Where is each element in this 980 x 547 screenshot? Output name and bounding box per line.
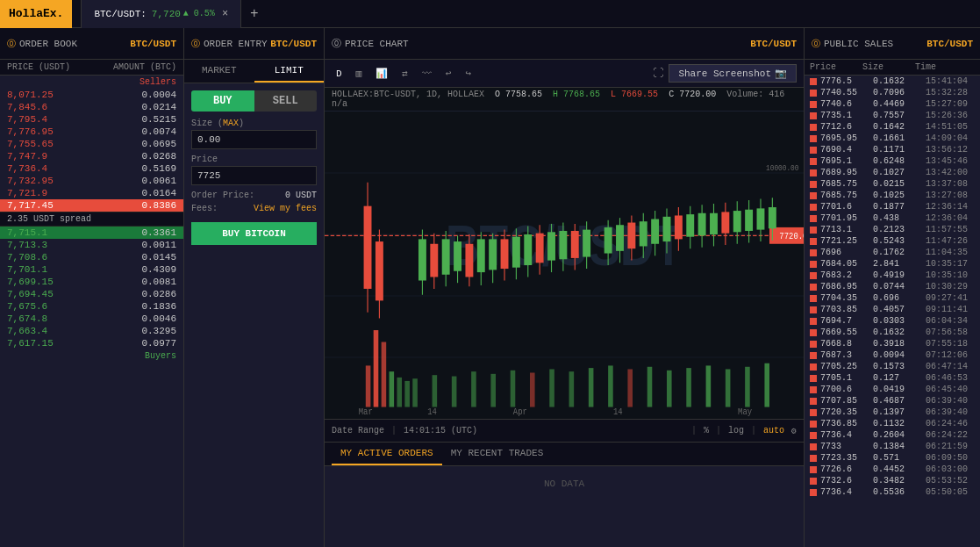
table-row[interactable]: 7,732.950.0061 — [0, 175, 183, 187]
list-item[interactable]: 7705.1 0.127 06:46:53 — [805, 372, 980, 384]
list-item[interactable]: 7696 0.1762 11:04:35 — [805, 247, 980, 258]
list-item[interactable]: 7736.4 0.2604 06:24:22 — [805, 429, 980, 441]
table-row[interactable]: 7,845.60.0214 — [0, 101, 183, 113]
ps-row-size: 0.1025 — [873, 191, 926, 200]
buy-tab[interactable]: BUY — [191, 90, 254, 112]
list-item[interactable]: 7720.35 0.1397 06:39:40 — [805, 407, 980, 418]
list-item[interactable]: 7703.85 0.4057 09:11:41 — [805, 304, 980, 315]
list-item[interactable]: 7732.6 0.3482 05:53:52 — [805, 475, 980, 486]
table-row[interactable]: 7,755.650.0695 — [0, 138, 183, 150]
list-item[interactable]: 7713.1 0.2123 11:57:55 — [805, 224, 980, 235]
undo-icon[interactable]: ↩ — [441, 66, 456, 81]
spread-row: 2.35 USDT spread — [0, 212, 183, 227]
compare-icon[interactable]: ⇄ — [397, 66, 412, 81]
list-item[interactable]: 7736.4 0.5536 05:50:05 — [805, 486, 980, 498]
list-item[interactable]: 7683.2 0.4919 10:35:10 — [805, 270, 980, 281]
list-item[interactable]: 7701.6 0.1877 12:36:14 — [805, 201, 980, 212]
table-row[interactable]: 7,715.10.3361 — [0, 227, 183, 239]
max-link[interactable]: MAX — [223, 119, 239, 128]
tab-market[interactable]: MARKET — [184, 60, 254, 83]
expand-icon[interactable]: ⛶ — [653, 67, 663, 80]
settings-icon[interactable]: ⚙ — [791, 426, 797, 436]
price-input[interactable] — [191, 166, 317, 185]
view-fees-link[interactable]: View my fees — [254, 204, 317, 213]
date-range-label[interactable]: Date Range — [332, 426, 384, 435]
table-row[interactable]: 7,721.90.0164 — [0, 187, 183, 199]
table-row[interactable]: 7,701.10.4309 — [0, 263, 183, 276]
candlestick-icon[interactable]: ▥ — [352, 66, 367, 81]
ps-row-time: 15:41:04 — [926, 76, 975, 86]
current-price-row[interactable]: 7,717.45 0.8386 — [0, 199, 183, 212]
list-item[interactable]: 7694.7 0.0303 06:04:34 — [805, 315, 980, 327]
list-item[interactable]: 7707.85 0.4687 06:39:40 — [805, 395, 980, 407]
list-item[interactable]: 7689.95 0.1027 13:42:00 — [805, 167, 980, 178]
list-item[interactable]: 7704.35 0.696 09:27:41 — [805, 292, 980, 304]
sell-tab[interactable]: SELL — [254, 90, 318, 112]
bar-chart-icon[interactable]: 📊 — [371, 66, 392, 81]
list-item[interactable]: 7687.3 0.0094 07:12:06 — [805, 349, 980, 361]
list-item[interactable]: 7723.35 0.571 06:09:50 — [805, 452, 980, 464]
table-row[interactable]: 7,708.60.0145 — [0, 251, 183, 263]
table-row[interactable]: 7,699.150.0081 — [0, 276, 183, 288]
tab-recent-trades[interactable]: MY RECENT TRADES — [442, 443, 553, 465]
table-row[interactable]: 7,675.60.1836 — [0, 300, 183, 313]
size-input[interactable] — [191, 130, 317, 149]
ps-row-time: 06:46:53 — [926, 373, 975, 383]
list-item[interactable]: 7740.6 0.4469 15:27:09 — [805, 98, 980, 110]
svg-rect-23 — [569, 371, 575, 407]
table-row[interactable]: 7,776.950.0074 — [0, 126, 183, 138]
list-item[interactable]: 7735.1 0.7557 15:26:36 — [805, 110, 980, 121]
active-tab[interactable]: BTC/USDT: 7,720 ▲ 0.5% × — [81, 0, 241, 28]
ps-row-time: 12:36:14 — [926, 202, 975, 212]
list-item[interactable]: 7721.25 0.5243 11:47:26 — [805, 235, 980, 247]
log-toggle[interactable]: log — [728, 426, 744, 435]
list-item[interactable]: 7685.75 0.1025 13:27:08 — [805, 190, 980, 201]
share-screenshot-button[interactable]: Share Screenshot 📷 — [669, 64, 797, 83]
list-item[interactable]: 7705.25 0.1573 06:47:14 — [805, 361, 980, 372]
list-item[interactable]: 7695.1 0.6248 13:45:46 — [805, 155, 980, 167]
ps-row-time: 06:24:22 — [926, 430, 975, 440]
list-item[interactable]: 7669.55 0.1632 07:56:58 — [805, 327, 980, 338]
list-item[interactable]: 7776.5 0.1632 15:41:04 — [805, 76, 980, 87]
list-item[interactable]: 7736.85 0.1132 06:24:46 — [805, 418, 980, 429]
list-item[interactable]: 7733 0.1384 06:21:59 — [805, 441, 980, 452]
list-item[interactable]: 7740.55 0.7096 15:32:28 — [805, 87, 980, 98]
svg-rect-73 — [627, 223, 635, 249]
auto-toggle[interactable]: auto — [763, 426, 784, 435]
table-row[interactable]: 7,663.40.3295 — [0, 325, 183, 337]
tab-close-icon[interactable]: × — [222, 8, 228, 20]
sell-dot-icon — [810, 284, 817, 291]
table-row[interactable]: 7,713.30.0011 — [0, 239, 183, 251]
ps-row-time: 13:56:12 — [926, 145, 975, 155]
list-item[interactable]: 7690.4 0.1171 13:56:12 — [805, 144, 980, 155]
list-item[interactable]: 7685.75 0.0215 13:37:08 — [805, 178, 980, 190]
low-value: L 7669.55 — [611, 90, 658, 99]
list-item[interactable]: 7686.95 0.0744 10:30:29 — [805, 281, 980, 292]
list-item[interactable]: 7684.05 2.841 10:35:17 — [805, 258, 980, 270]
table-row[interactable]: 8,071.250.0004 — [0, 89, 183, 101]
list-item[interactable]: 7701.95 0.438 12:36:04 — [805, 212, 980, 224]
table-row[interactable]: 7,617.150.0977 — [0, 337, 183, 349]
list-item[interactable]: 7668.8 0.3918 07:55:18 — [805, 338, 980, 349]
ps-row-time: 07:56:58 — [926, 327, 975, 337]
percent-toggle[interactable]: % — [704, 426, 709, 435]
ps-row-price: 7720.35 — [820, 407, 873, 417]
table-row[interactable]: 7,795.40.5215 — [0, 113, 183, 126]
period-day-button[interactable]: D — [332, 67, 347, 81]
table-row[interactable]: 7,674.80.0046 — [0, 313, 183, 325]
tab-active-orders[interactable]: MY ACTIVE ORDERS — [332, 443, 442, 465]
table-row[interactable]: 7,747.90.0268 — [0, 150, 183, 162]
list-item[interactable]: 7726.6 0.4452 06:03:00 — [805, 464, 980, 475]
tab-limit[interactable]: LIMIT — [254, 60, 325, 83]
table-row[interactable]: 7,694.450.0286 — [0, 288, 183, 300]
public-sales-title: ⓪ PUBLIC SALES — [812, 38, 893, 50]
list-item[interactable]: 7695.95 0.1661 14:09:04 — [805, 133, 980, 144]
list-item[interactable]: 7712.6 0.1642 14:51:05 — [805, 121, 980, 133]
line-icon[interactable]: 〰 — [418, 66, 436, 81]
buy-button[interactable]: BUY BITCOIN — [191, 222, 317, 245]
redo-icon[interactable]: ↪ — [461, 66, 476, 81]
public-sales-header: ⓪ PUBLIC SALES BTC/USDT — [805, 28, 980, 60]
add-tab-button[interactable]: + — [241, 0, 268, 28]
table-row[interactable]: 7,736.40.5169 — [0, 162, 183, 175]
list-item[interactable]: 7700.6 0.0419 06:45:40 — [805, 384, 980, 395]
